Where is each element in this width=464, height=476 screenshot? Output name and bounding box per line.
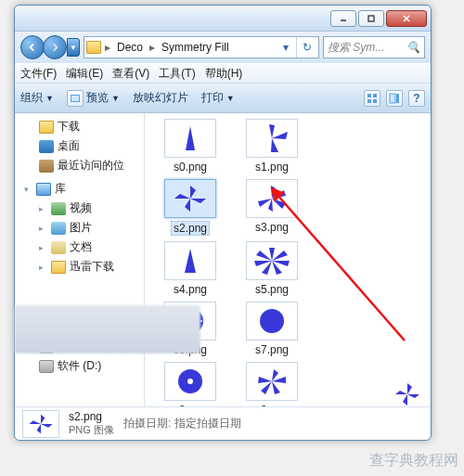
maximize-button[interactable]: [358, 10, 384, 27]
file-item[interactable]: s8.png: [158, 362, 223, 406]
breadcrumb-deco[interactable]: Deco: [114, 39, 146, 56]
menu-bar: 文件(F) 编辑(E) 查看(V) 工具(T) 帮助(H): [15, 63, 431, 84]
minimize-button[interactable]: [330, 10, 356, 27]
details-filename: s2.png: [69, 410, 114, 423]
file-item[interactable]: s4.png: [158, 241, 223, 296]
slideshow-button[interactable]: 放映幻灯片: [133, 90, 188, 106]
file-item[interactable]: s7.png: [239, 302, 304, 356]
details-date: 拍摄日期: 指定拍摄日期: [123, 416, 241, 431]
file-label: s7.png: [255, 343, 289, 356]
search-placeholder: 搜索 Sym...: [328, 40, 384, 56]
svg-rect-9: [373, 99, 377, 103]
forward-button[interactable]: [43, 35, 67, 59]
tree-desktop[interactable]: 桌面: [15, 136, 144, 156]
address-bar[interactable]: ▸ Deco ▸ Symmetry Fill ▾ ↻: [84, 36, 319, 58]
expand-icon[interactable]: ▾: [24, 185, 32, 194]
tree-drive-d[interactable]: 软件 (D:): [15, 356, 144, 376]
tree-downloads[interactable]: 下载: [15, 117, 144, 136]
video-icon: [51, 202, 66, 215]
library-icon: [36, 183, 51, 196]
breadcrumb-symmetry-fill[interactable]: Symmetry Fill: [159, 39, 232, 56]
close-button[interactable]: [386, 10, 427, 27]
address-dropdown-icon[interactable]: ▾: [279, 41, 292, 54]
menu-view[interactable]: 查看(V): [112, 66, 149, 82]
svg-rect-10: [390, 94, 395, 103]
preview-pane-button[interactable]: [386, 90, 403, 107]
crumb-sep-icon: ▸: [149, 41, 155, 54]
organize-button[interactable]: 组织▼: [20, 90, 54, 106]
title-bar: [15, 6, 431, 32]
svg-rect-5: [71, 96, 79, 101]
desktop-icon: [39, 140, 54, 153]
svg-rect-6: [367, 94, 371, 97]
expand-icon[interactable]: ▸: [39, 263, 47, 272]
downloads-icon: [39, 121, 54, 134]
svg-rect-11: [396, 94, 399, 103]
tree-documents[interactable]: ▸文档: [15, 238, 144, 257]
recent-icon: [39, 160, 54, 173]
explorer-window: ▼ ▸ Deco ▸ Symmetry Fill ▾ ↻ 搜索 Sym... 🔍…: [14, 5, 432, 441]
crumb-sep-icon: ▸: [105, 41, 110, 54]
details-filename-block: s2.png PNG 图像: [69, 410, 114, 437]
search-input[interactable]: 搜索 Sym... 🔍: [323, 36, 425, 58]
tree-recent[interactable]: 最近访问的位: [15, 156, 144, 175]
preview-icon: [67, 90, 84, 107]
file-label: s4.png: [174, 283, 207, 296]
folder-icon: [51, 261, 66, 274]
tree-video[interactable]: ▸视频: [15, 199, 144, 218]
command-bar: 组织▼ 预览▼ 放映幻灯片 打印▼ ?: [15, 84, 431, 113]
file-item[interactable]: s3.png: [239, 179, 304, 236]
back-button[interactable]: [20, 35, 45, 59]
file-item-selected[interactable]: s2.png: [158, 179, 223, 236]
file-item[interactable]: s0.png: [158, 119, 223, 174]
pictures-icon: [51, 222, 66, 235]
details-pane: s2.png PNG 图像 拍摄日期: 指定拍摄日期: [15, 406, 431, 440]
details-filetype: PNG 图像: [69, 423, 114, 437]
search-icon: 🔍: [406, 41, 420, 54]
content-area: 下载 桌面 最近访问的位 ▾库 ▸视频 ▸图片 ▸文档 ▸迅雷下载 ▾计算机 本…: [15, 113, 431, 406]
navigation-tree: 下载 桌面 最近访问的位 ▾库 ▸视频 ▸图片 ▸文档 ▸迅雷下载 ▾计算机 本…: [15, 113, 145, 406]
view-options-button[interactable]: [364, 90, 380, 107]
refresh-button[interactable]: ↻: [296, 37, 316, 58]
menu-file[interactable]: 文件(F): [20, 66, 57, 82]
file-label: s0.png: [174, 161, 207, 174]
svg-point-15: [200, 320, 202, 322]
menu-edit[interactable]: 编辑(E): [66, 66, 103, 82]
folder-icon: [86, 41, 101, 54]
preview-pane-thumb: [392, 379, 423, 406]
help-button[interactable]: ?: [408, 90, 425, 107]
file-item[interactable]: s1.png: [239, 119, 304, 174]
file-label: s3.png: [255, 221, 289, 234]
expand-icon[interactable]: ▸: [39, 224, 47, 233]
svg-rect-1: [368, 16, 374, 21]
expand-icon[interactable]: ▸: [39, 243, 47, 252]
file-label: s2.png: [171, 221, 210, 236]
svg-rect-8: [367, 99, 371, 103]
nav-history-dropdown[interactable]: ▼: [67, 38, 80, 57]
redaction-overlay: [15, 305, 200, 354]
menu-help[interactable]: 帮助(H): [205, 66, 243, 82]
expand-icon[interactable]: ▸: [39, 204, 47, 213]
file-item[interactable]: s9.png: [239, 362, 304, 406]
svg-rect-7: [373, 94, 377, 97]
svg-point-23: [187, 379, 193, 384]
tree-thunder[interactable]: ▸迅雷下载: [15, 257, 144, 277]
tree-library[interactable]: ▾库: [15, 179, 144, 199]
preview-button[interactable]: 预览▼: [67, 90, 120, 107]
documents-icon: [51, 241, 66, 254]
print-button[interactable]: 打印▼: [201, 90, 235, 106]
menu-tools[interactable]: 工具(T): [159, 66, 195, 82]
details-thumbnail: [22, 410, 59, 438]
svg-point-21: [260, 309, 284, 333]
file-grid[interactable]: s0.png s1.png s2.png s3.png: [145, 113, 431, 406]
file-label: s1.png: [255, 161, 289, 174]
nav-buttons: ▼: [20, 35, 80, 59]
tree-pictures[interactable]: ▸图片: [15, 218, 144, 238]
drive-icon: [39, 360, 54, 373]
file-item[interactable]: s5.png: [239, 241, 304, 296]
file-label: s8.png: [174, 404, 207, 406]
file-label: s9.png: [255, 404, 289, 406]
address-row: ▼ ▸ Deco ▸ Symmetry Fill ▾ ↻ 搜索 Sym... 🔍: [15, 32, 431, 63]
watermark: 查字典教程网: [369, 451, 458, 470]
file-label: s5.png: [255, 283, 289, 296]
